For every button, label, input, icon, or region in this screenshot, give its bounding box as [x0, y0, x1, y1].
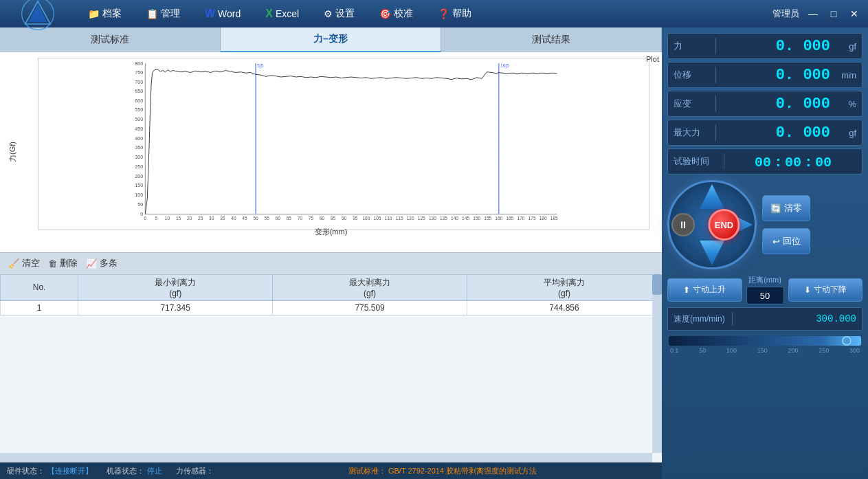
data-table: No. 最小剥离力(gf) 最大剥离力(gf) 平均剥离力(gf) 1 717.… [0, 274, 662, 315]
menu-manage-label: 管理 [161, 8, 180, 20]
chart-area: 力(Gf) 变形(mm) Plot [0, 52, 662, 252]
return-icon: ↩ [772, 236, 780, 247]
svg-text:550: 550 [135, 107, 143, 113]
left-panel: 测试标准 力–变形 测试结果 力(Gf) 变形(mm) Plot [0, 27, 662, 479]
manage-icon: 📋 [146, 8, 158, 19]
menu-settings[interactable]: ⚙ 设置 [318, 5, 360, 23]
step-up-button[interactable]: ⬆ 寸动上升 [667, 278, 742, 302]
svg-text:165: 165 [506, 216, 513, 221]
svg-text:50: 50 [137, 201, 143, 208]
menu-help[interactable]: ❓ 帮助 [432, 5, 477, 23]
excel-icon: X [265, 8, 273, 20]
chart-svg: 0 50 100 150 200 250 300 350 400 450 500… [38, 58, 649, 230]
svg-text:115: 115 [396, 216, 403, 221]
svg-text:0: 0 [140, 211, 143, 217]
files-icon: 📁 [88, 8, 100, 19]
end-button[interactable]: END [708, 209, 739, 241]
strain-divider [715, 96, 716, 112]
x-axis-label: 变形(mm) [315, 227, 348, 237]
username-label: 管理员 [772, 8, 799, 20]
tab-force-deform[interactable]: 力–变形 [221, 27, 441, 52]
scrollbar-horizontal[interactable] [0, 453, 652, 463]
svg-text:50: 50 [253, 216, 258, 221]
svg-text:185: 185 [550, 216, 558, 221]
force-unit: gf [836, 41, 856, 52]
menu-manage[interactable]: 📋 管理 [141, 5, 186, 23]
speed-row: 速度(mm/min) 300.000 [667, 307, 863, 331]
minimize-button[interactable]: — [806, 7, 820, 21]
clear-zero-button[interactable]: 🔄 清零 [762, 195, 810, 221]
svg-text:140: 140 [451, 216, 458, 221]
menu-files[interactable]: 📁 档案 [82, 5, 127, 23]
strain-unit: % [836, 99, 856, 109]
strain-value: 0. 000 [720, 96, 830, 113]
displacement-divider [715, 67, 716, 83]
multi-button[interactable]: 📈 多条 [86, 257, 118, 269]
speed-slider-track[interactable] [669, 336, 861, 346]
dpad-pause-button[interactable]: ⏸ [671, 213, 695, 236]
cell-avg: 744.856 [467, 300, 662, 315]
displacement-value: 0. 000 [720, 67, 830, 84]
speed-slider-container: 0.1 50 100 150 200 250 300 [667, 333, 863, 354]
help-icon: ❓ [438, 8, 449, 19]
test-standard: 测试标准： GB/T 2792-2014 胶粘带剥离强度的测试方法 [230, 466, 655, 476]
svg-text:110: 110 [385, 216, 392, 221]
clear-button[interactable]: 🧹 清空 [8, 257, 40, 269]
delete-button[interactable]: 🗑 删除 [48, 257, 78, 269]
hardware-label: 硬件状态： [7, 466, 45, 476]
svg-text:65: 65 [287, 216, 292, 221]
return-position-button[interactable]: ↩ 回位 [762, 228, 810, 254]
svg-text:300: 300 [135, 154, 143, 160]
svg-text:160: 160 [495, 216, 502, 221]
title-right: 管理员 — □ ✕ [772, 7, 861, 21]
multi-icon: 📈 [86, 258, 97, 269]
cell-min: 717.345 [78, 300, 273, 315]
step-controls: ⬆ 寸动上升 距离(mm) ⬇ 寸动下降 [667, 275, 863, 304]
menu-excel[interactable]: X Excel [260, 5, 304, 23]
force-value: 0. 000 [720, 38, 830, 55]
svg-text:200: 200 [135, 173, 143, 179]
svg-text:175: 175 [528, 216, 536, 221]
distance-label: 距离(mm) [748, 275, 781, 285]
dpad-container: ⏸ END [667, 180, 757, 269]
tab-standard[interactable]: 测试标准 [0, 27, 221, 52]
right-buttons: 🔄 清零 ↩ 回位 [762, 195, 810, 254]
time-readout: 试验时间 00：00：00 [667, 148, 863, 175]
step-down-button[interactable]: ⬇ 寸动下降 [788, 278, 863, 302]
scrollbar-thumb[interactable] [652, 274, 662, 295]
svg-text:130: 130 [429, 216, 436, 221]
displacement-readout: 位移 0. 000 mm [667, 62, 863, 88]
close-button[interactable]: ✕ [847, 7, 861, 21]
data-table-area: No. 最小剥离力(gf) 最大剥离力(gf) 平均剥离力(gf) 1 717.… [0, 274, 662, 463]
dpad-down-button[interactable] [700, 241, 724, 265]
speed-slider-thumb[interactable] [842, 336, 852, 346]
sensor-status: 力传感器： [176, 466, 216, 476]
speed-value: 300.000 [739, 313, 856, 324]
svg-text:55: 55 [265, 216, 270, 221]
time-label: 试验时间 [674, 155, 718, 168]
svg-text:5|5: 5|5 [257, 63, 263, 69]
tab-results[interactable]: 测试结果 [441, 27, 662, 52]
max-force-value: 0. 000 [720, 124, 830, 142]
svg-text:170: 170 [518, 216, 525, 221]
force-readout: 力 0. 000 gf [667, 33, 863, 59]
svg-text:60: 60 [276, 216, 281, 221]
displacement-label: 位移 [674, 69, 711, 81]
scrollbar-vertical[interactable] [652, 274, 662, 454]
cell-max: 775.509 [273, 300, 467, 315]
dpad-up-button[interactable] [700, 184, 724, 209]
distance-input[interactable] [746, 287, 784, 304]
menu-calibrate[interactable]: 🎯 校准 [374, 5, 419, 23]
speed-slider-ticks: 0.1 50 100 150 200 250 300 [669, 347, 861, 354]
restore-button[interactable]: □ [827, 7, 841, 21]
menu-word[interactable]: W Word [199, 5, 246, 23]
machine-label: 机器状态： [107, 466, 144, 476]
svg-text:350: 350 [135, 144, 143, 151]
step-down-icon: ⬇ [804, 285, 811, 295]
svg-text:15: 15 [176, 216, 181, 221]
hardware-status: 硬件状态： 【连接断开】 [7, 466, 93, 476]
distance-input-area: 距离(mm) [746, 275, 784, 304]
svg-text:120: 120 [407, 216, 414, 221]
table-row: 1 717.345 775.509 744.856 [1, 300, 662, 315]
up-arrow-icon [700, 184, 724, 209]
